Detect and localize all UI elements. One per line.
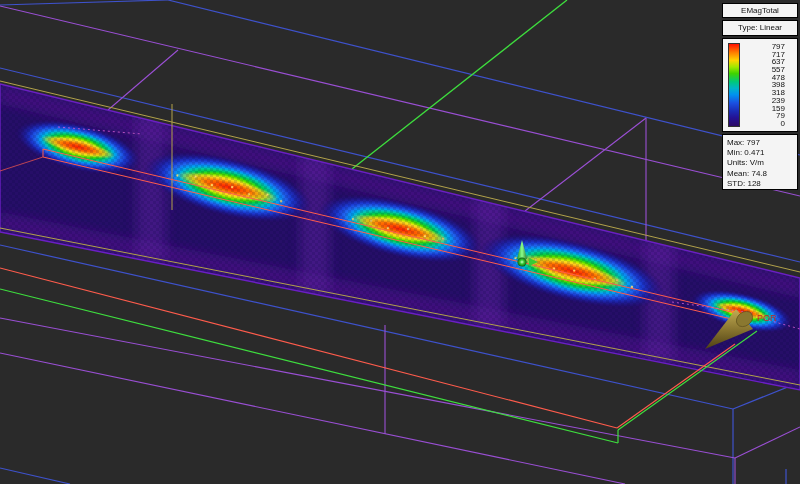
port-label: POR: [757, 313, 777, 323]
color-legend: EMagTotal Type: Linear 797 717 637 557 4…: [722, 3, 798, 192]
legend-colorbar: 797 717 637 557 478 398 318 239 159 79 0: [722, 38, 798, 132]
field-plot-3d-scene[interactable]: POR: [0, 0, 800, 484]
colorbar-tick: 557: [740, 66, 785, 73]
colorbar-ticks: 797 717 637 557 478 398 318 239 159 79 0: [740, 43, 794, 127]
stat-max: Max: 797: [727, 138, 797, 148]
legend-stats: Max: 797 Min: 0.471 Units: V/m Mean: 74.…: [722, 134, 798, 190]
colorbar-tick: 0: [740, 120, 785, 127]
colorbar-tick: 797: [740, 43, 785, 50]
stat-std: STD: 128: [727, 179, 797, 189]
colorbar-gradient: [728, 43, 740, 127]
legend-scale-type: Type: Linear: [722, 20, 798, 36]
stat-units: Units: V/m: [727, 158, 797, 168]
stat-mean: Mean: 74.8: [727, 169, 797, 179]
legend-title: EMagTotal: [722, 3, 798, 18]
simulation-viewport[interactable]: POR EMagTotal Type: Linear 797 717 637 5…: [0, 0, 800, 484]
colorbar-tick: 79: [740, 112, 785, 119]
stat-min: Min: 0.471: [727, 148, 797, 158]
marker-sphere: [517, 257, 526, 266]
colorbar-tick: 239: [740, 97, 785, 104]
